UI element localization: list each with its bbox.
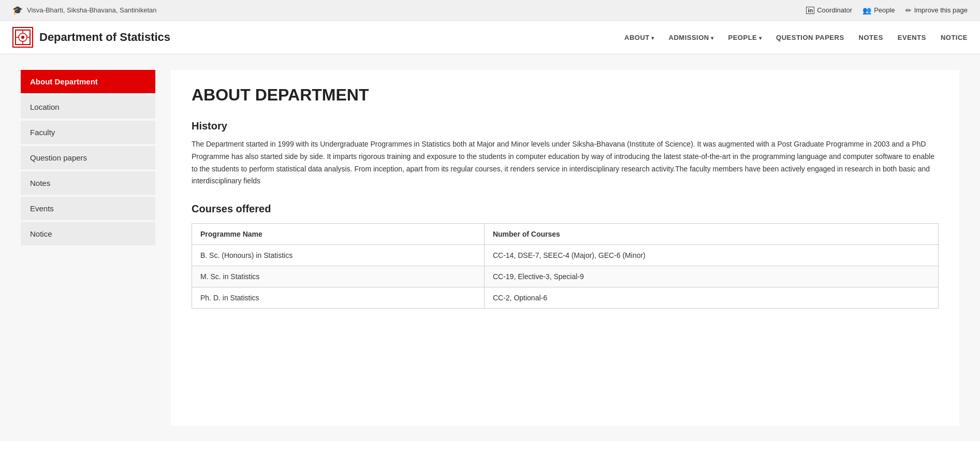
col-programme-name: Programme Name [192,224,485,245]
nav-about[interactable]: ABOUT [624,34,654,41]
nav-people[interactable]: PEOPLE [728,34,762,41]
main-wrapper: About Department Location Faculty Questi… [0,54,980,441]
people-link[interactable]: People [862,6,895,15]
sidebar-item-about[interactable]: About Department [21,70,155,93]
coordinator-link[interactable]: Coordinator [806,6,852,14]
header: Department of Statistics ABOUT ADMISSION… [0,21,980,54]
nav-question-papers[interactable]: QUESTION PAPERS [776,34,844,41]
table-row: M. Sc. in StatisticsCC-19, Elective-3, S… [192,266,939,287]
people-label: People [874,6,895,14]
logo-area: Department of Statistics [12,27,170,48]
table-row: B. Sc. (Honours) in StatisticsCC-14, DSE… [192,245,939,266]
improve-page-link[interactable]: Improve this page [905,6,968,15]
sidebar-item-location[interactable]: Location [21,95,155,119]
page-title: ABOUT DEPARTMENT [192,85,939,105]
topbar-links: Coordinator People Improve this page [806,6,968,15]
edit-icon [905,6,912,15]
people-icon [862,6,871,15]
svg-point-2 [21,36,24,39]
mortarboard-icon [12,5,23,15]
table-cell: CC-14, DSE-7, SEEC-4 (Major), GEC-6 (Min… [484,245,938,266]
site-title: Department of Statistics [39,31,170,44]
col-number-of-courses: Number of Courses [484,224,938,245]
history-heading: History [192,120,939,132]
table-cell: M. Sc. in Statistics [192,266,485,287]
linkedin-icon [806,6,814,14]
institution-name: Visva-Bharti, Siksha-Bhavana, Santiniket… [27,6,157,14]
nav-notice[interactable]: NOTICE [941,34,968,41]
sidebar-item-faculty[interactable]: Faculty [21,121,155,144]
content-area: ABOUT DEPARTMENT History The Department … [171,70,959,426]
courses-table: Programme Name Number of Courses B. Sc. … [192,223,939,309]
table-cell: B. Sc. (Honours) in Statistics [192,245,485,266]
nav-notes[interactable]: NOTES [859,34,883,41]
sidebar-item-question-papers[interactable]: Question papers [21,146,155,169]
table-cell: CC-19, Elective-3, Special-9 [484,266,938,287]
table-header-row: Programme Name Number of Courses [192,224,939,245]
table-cell: Ph. D. in Statistics [192,287,485,309]
courses-heading: Courses offered [192,203,939,215]
nav-events[interactable]: EVENTS [898,34,926,41]
topbar-institution: Visva-Bharti, Siksha-Bhavana, Santiniket… [12,5,157,15]
history-text: The Department started in 1999 with its … [192,138,939,187]
table-row: Ph. D. in StatisticsCC-2, Optional-6 [192,287,939,309]
main-nav: ABOUT ADMISSION PEOPLE QUESTION PAPERS N… [624,34,968,41]
coordinator-label: Coordinator [817,6,852,14]
topbar: Visva-Bharti, Siksha-Bhavana, Santiniket… [0,0,980,21]
nav-admission[interactable]: ADMISSION [669,34,714,41]
sidebar-item-notes[interactable]: Notes [21,171,155,195]
logo [12,27,33,48]
improve-page-label: Improve this page [914,6,968,14]
sidebar: About Department Location Faculty Questi… [21,70,155,426]
table-cell: CC-2, Optional-6 [484,287,938,309]
logo-icon [14,29,31,46]
sidebar-item-events[interactable]: Events [21,197,155,220]
sidebar-item-notice[interactable]: Notice [21,222,155,245]
